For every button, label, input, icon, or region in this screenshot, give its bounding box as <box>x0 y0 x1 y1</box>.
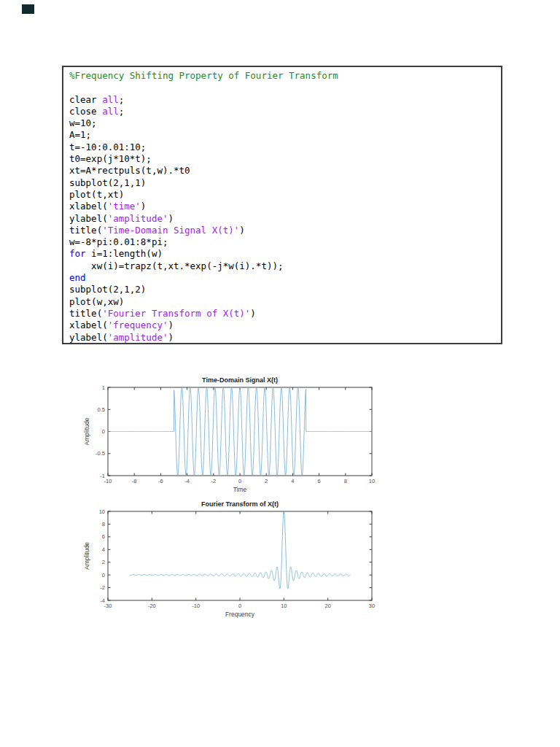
code-line: close all; <box>69 106 501 117</box>
code-line: t0=exp(j*10*t); <box>69 153 501 165</box>
series-line <box>129 511 350 589</box>
svg-text:-10: -10 <box>192 603 200 609</box>
series-line <box>108 387 372 476</box>
code-line: end <box>69 272 501 284</box>
svg-text:10: 10 <box>369 478 375 484</box>
code-line: A=1; <box>69 129 501 141</box>
y-axis-label: Amplitude <box>83 417 90 445</box>
code-line: %Frequency Shifting Property of Fourier … <box>69 70 501 82</box>
svg-text:-10: -10 <box>104 478 112 484</box>
svg-text:0: 0 <box>102 572 105 578</box>
svg-text:2: 2 <box>265 478 268 484</box>
code-line <box>69 82 501 93</box>
code-line: plot(t,xt) <box>69 189 501 201</box>
svg-text:-4: -4 <box>184 478 190 484</box>
matlab-code-block: %Frequency Shifting Property of Fourier … <box>62 66 502 344</box>
svg-text:10: 10 <box>99 508 105 515</box>
y-axis-label: Amplitude <box>83 542 90 570</box>
svg-text:0: 0 <box>238 603 241 609</box>
code-line: ylabel('amplitude') <box>69 332 501 344</box>
x-axis-label: Time <box>233 486 247 493</box>
code-line: ylabel('amplitude') <box>69 213 501 225</box>
svg-text:-20: -20 <box>148 603 156 609</box>
document-page: { "page": { "background": "#ffffff", "ar… <box>0 0 560 747</box>
svg-text:4: 4 <box>102 546 105 553</box>
svg-text:6: 6 <box>102 533 105 540</box>
svg-text:8: 8 <box>344 478 347 484</box>
code-line: plot(w,xw) <box>69 296 501 308</box>
svg-text:-1: -1 <box>100 473 105 479</box>
code-line: w=10; <box>69 117 501 129</box>
svg-text:4: 4 <box>291 478 294 484</box>
code-line: clear all; <box>69 94 501 106</box>
code-line: xlabel('frequency') <box>69 320 501 331</box>
chart-title: Fourier Transform of X(t) <box>201 500 279 508</box>
svg-text:-0.5: -0.5 <box>96 450 105 457</box>
svg-text:-2: -2 <box>100 584 105 591</box>
code-line: xlabel('time') <box>69 201 501 212</box>
svg-text:20: 20 <box>324 603 330 609</box>
chart-title: Time-Domain Signal X(t) <box>202 376 278 384</box>
code-line: subplot(2,1,1) <box>69 177 501 189</box>
svg-text:-30: -30 <box>104 603 112 609</box>
svg-text:-2: -2 <box>211 478 216 484</box>
svg-text:1: 1 <box>102 384 105 391</box>
svg-text:0: 0 <box>238 478 241 484</box>
svg-text:8: 8 <box>102 521 105 527</box>
svg-text:2: 2 <box>102 559 105 565</box>
code-line: subplot(2,1,2) <box>69 284 501 295</box>
x-axis-label: Frequency <box>225 611 255 618</box>
svg-text:10: 10 <box>281 603 287 609</box>
svg-text:0.5: 0.5 <box>98 406 105 413</box>
svg-text:6: 6 <box>318 478 321 484</box>
code-line: title('Time-Domain Signal X(t)') <box>69 225 501 236</box>
svg-text:-8: -8 <box>132 478 137 484</box>
svg-text:-4: -4 <box>100 597 105 604</box>
code-line: title('Fourier Transform of X(t)') <box>69 308 501 320</box>
time-domain-chart: -10-8-6-4-20246810-1-0.500.51Time-Domain… <box>69 374 390 496</box>
svg-text:0: 0 <box>102 428 105 435</box>
code-line: xt=A*rectpuls(t,w).*t0 <box>69 165 501 177</box>
svg-text:-6: -6 <box>158 478 163 484</box>
fourier-transform-chart: -30-20-100102030-4-20246810Fourier Trans… <box>69 496 390 622</box>
svg-text:30: 30 <box>369 603 375 609</box>
code-line: w=-8*pi:0.01:8*pi; <box>69 236 501 248</box>
code-line: xw(i)=trapz(t,xt.*exp(-j*w(i).*t)); <box>69 260 501 272</box>
code-line: t=-10:0.01:10; <box>69 142 501 153</box>
page-corner-artifact <box>22 4 34 14</box>
code-line: for i=1:length(w) <box>69 248 501 260</box>
